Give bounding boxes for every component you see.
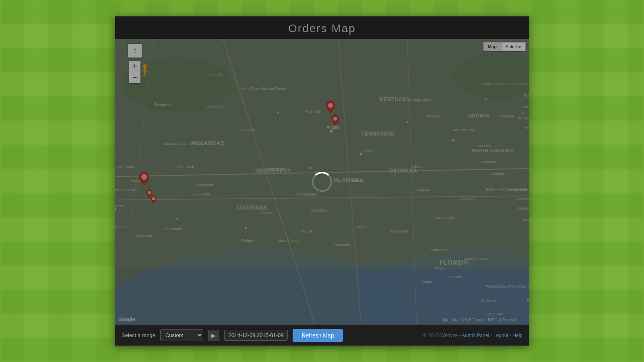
- loading-overlay: [115, 39, 529, 325]
- separator-2: -: [508, 333, 513, 338]
- copyright-text: © 2015 Webyze -: [423, 333, 462, 338]
- select-range-label: Select a range: [122, 332, 155, 338]
- bottom-toolbar: Select a range Custom Today Yesterday La…: [115, 325, 529, 346]
- arrow-button[interactable]: ▶: [208, 330, 219, 341]
- map-area[interactable]: Atlanta Nashville Athens Birmingham Mont…: [115, 39, 529, 325]
- refresh-map-button[interactable]: Refresh Map: [293, 329, 343, 342]
- arrow-icon: ▶: [211, 332, 216, 339]
- range-select[interactable]: Custom Today Yesterday Last 7 Days This …: [160, 329, 203, 341]
- footer-links: © 2015 Webyze - Admin Panel - Logout - H…: [423, 333, 522, 338]
- help-link[interactable]: Help: [512, 333, 522, 338]
- main-container: Orders Map: [115, 16, 529, 346]
- loading-spinner: [312, 172, 332, 192]
- logout-link[interactable]: Logout: [493, 333, 508, 338]
- title-bar: Orders Map: [115, 16, 529, 39]
- admin-panel-link[interactable]: Admin Panel: [462, 333, 489, 338]
- separator-1: -: [489, 333, 493, 338]
- date-range-display: 2014-12-08 2015-01-08: [224, 330, 288, 341]
- page-title: Orders Map: [115, 22, 529, 35]
